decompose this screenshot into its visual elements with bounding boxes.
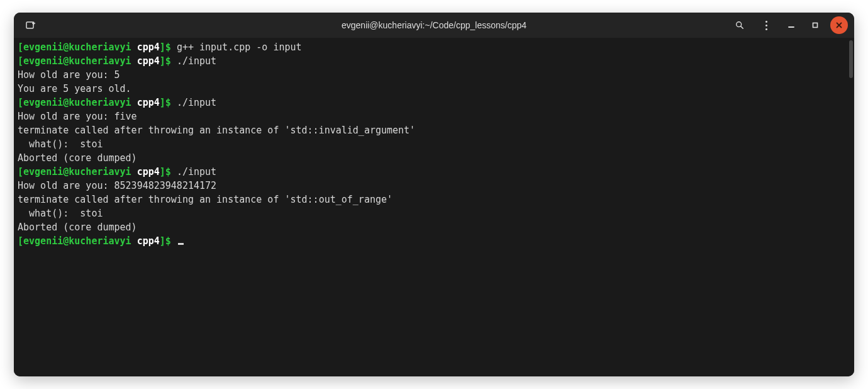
terminal-line: Aborted (core dumped) <box>18 220 850 234</box>
terminal-line: How old are you: 852394823948214172 <box>18 179 850 193</box>
prompt-dollar: $ <box>165 97 171 108</box>
prompt-close-bracket: ] <box>160 42 165 53</box>
maximize-icon <box>811 21 820 30</box>
prompt-open-bracket: [ <box>18 235 23 247</box>
terminal-line: How old are you: five <box>18 110 850 123</box>
titlebar-left <box>20 16 146 35</box>
output-text: terminate called after throwing an insta… <box>18 125 415 136</box>
prompt-dollar: $ <box>165 42 171 53</box>
output-text: How old are you: five <box>18 111 137 122</box>
prompt-dollar: $ <box>165 55 171 67</box>
command-text: ./input <box>177 97 216 108</box>
close-icon <box>835 21 843 30</box>
output-text: what(): stoi <box>18 208 103 219</box>
terminal-line: How old are you: 5 <box>18 68 850 82</box>
titlebar: evgenii@kucheriavyi:~/Code/cpp_lessons/c… <box>14 13 854 38</box>
svg-rect-6 <box>813 23 818 28</box>
scrollbar-thumb[interactable] <box>849 40 853 78</box>
terminal-line: [evgenii@kucheriavyi cpp4]$ <box>18 234 850 248</box>
command-text: ./input <box>177 55 216 67</box>
output-text: You are 5 years old. <box>18 83 131 94</box>
terminal-line: what(): stoi <box>18 137 850 151</box>
new-tab-button[interactable] <box>20 16 42 35</box>
prompt-dollar: $ <box>165 166 171 178</box>
output-text: terminate called after throwing an insta… <box>18 194 392 205</box>
terminal-line: [evgenii@kucheriavyi cpp4]$ g++ input.cp… <box>18 40 850 54</box>
output-text: Aborted (core dumped) <box>18 152 137 164</box>
output-text: How old are you: 852394823948214172 <box>18 180 216 191</box>
terminal-line: [evgenii@kucheriavyi cpp4]$ ./input <box>18 165 850 179</box>
svg-line-4 <box>741 26 743 29</box>
minimize-icon <box>787 21 796 30</box>
search-icon <box>735 21 744 30</box>
terminal-line: Aborted (core dumped) <box>18 151 850 165</box>
terminal-line: [evgenii@kucheriavyi cpp4]$ ./input <box>18 54 850 68</box>
output-text: How old are you: 5 <box>18 69 120 81</box>
prompt-close-bracket: ] <box>160 55 165 67</box>
terminal-line: You are 5 years old. <box>18 82 850 96</box>
maximize-button[interactable] <box>806 16 824 34</box>
prompt-dollar: $ <box>165 235 171 247</box>
prompt-close-bracket: ] <box>160 166 165 178</box>
prompt-user-host: evgenii@kucheriavyi <box>23 42 131 53</box>
prompt-close-bracket: ] <box>160 97 165 108</box>
terminal-window: evgenii@kucheriavyi:~/Code/cpp_lessons/c… <box>14 13 854 376</box>
terminal-line: what(): stoi <box>18 206 850 220</box>
terminal-body[interactable]: [evgenii@kucheriavyi cpp4]$ g++ input.cp… <box>14 38 854 376</box>
titlebar-right <box>730 16 848 34</box>
output-text: what(): stoi <box>18 138 103 150</box>
prompt-user-host: evgenii@kucheriavyi <box>23 166 131 178</box>
prompt-user-host: evgenii@kucheriavyi <box>23 55 131 67</box>
prompt-close-bracket: ] <box>160 235 165 247</box>
cursor <box>178 243 184 245</box>
prompt-cwd: cpp4 <box>137 166 160 178</box>
output-text: Aborted (core dumped) <box>18 222 137 233</box>
command-text: ./input <box>177 166 216 178</box>
search-button[interactable] <box>730 16 750 34</box>
terminal-line: terminate called after throwing an insta… <box>18 123 850 137</box>
kebab-menu-icon <box>765 21 767 30</box>
prompt-open-bracket: [ <box>18 166 23 178</box>
prompt-user-host: evgenii@kucheriavyi <box>23 235 131 247</box>
prompt-cwd: cpp4 <box>137 97 160 108</box>
window-title: evgenii@kucheriavyi:~/Code/cpp_lessons/c… <box>342 20 526 30</box>
new-tab-icon <box>26 20 36 30</box>
prompt-user-host: evgenii@kucheriavyi <box>23 97 131 108</box>
menu-button[interactable] <box>756 16 776 34</box>
prompt-open-bracket: [ <box>18 42 23 53</box>
prompt-cwd: cpp4 <box>137 235 160 247</box>
prompt-open-bracket: [ <box>18 55 23 67</box>
command-text: g++ input.cpp -o input <box>177 42 302 53</box>
prompt-open-bracket: [ <box>18 97 23 108</box>
close-button[interactable] <box>830 16 848 34</box>
prompt-cwd: cpp4 <box>137 55 160 67</box>
terminal-line: terminate called after throwing an insta… <box>18 193 850 206</box>
minimize-button[interactable] <box>782 16 800 34</box>
terminal-line: [evgenii@kucheriavyi cpp4]$ ./input <box>18 96 850 110</box>
prompt-cwd: cpp4 <box>137 42 160 53</box>
